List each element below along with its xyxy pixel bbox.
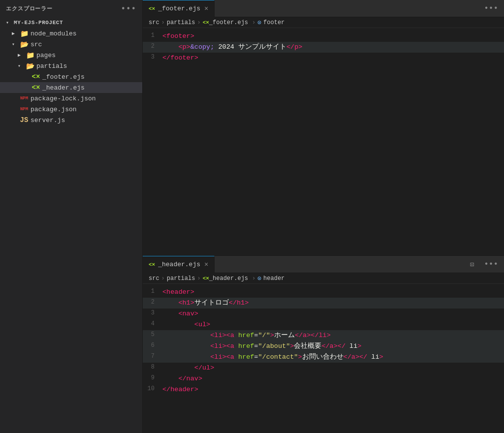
sidebar-item-pages[interactable]: ▶ 📁 pages [0, 50, 142, 61]
symbol-icon: ⊙ [257, 275, 261, 282]
line-content: </ul> [162, 363, 504, 373]
arrow-icon: ▶ [18, 52, 26, 58]
line-content: <ul> [162, 319, 504, 330]
line-number: 8 [143, 363, 162, 372]
bottom-code-editor[interactable]: 1 <header> 2 <h1>サイトロゴ</h1> 3 <nav> 4 <u… [143, 284, 504, 433]
sidebar-item-package-json[interactable]: NPM package.json [0, 104, 142, 115]
line-content: <footer> [162, 31, 504, 42]
line-number: 1 [143, 287, 162, 296]
breadcrumb-sep: › [252, 19, 255, 26]
line-content: <li><a href="/">ホーム</a></li> [162, 330, 504, 341]
bottom-editor-pane: <× _header.ejs × ⊡ ••• src › partials › … [143, 256, 504, 433]
breadcrumb-src: src [149, 275, 159, 282]
code-line: 1 <footer> [143, 31, 504, 42]
code-line: 7 <li><a href="/contact">お問い合わせ</a></ li… [143, 352, 504, 363]
npm-icon: NPM [20, 96, 29, 101]
line-content: <p>&copy; 2024 サンプルサイト</p> [162, 42, 504, 53]
breadcrumb-sep: › [197, 275, 200, 282]
main-editor: <× _footer.ejs × ••• src › partials › <×… [143, 0, 504, 433]
code-line: 6 <li><a href="/about">会社概要</a></ li> [143, 341, 504, 352]
sidebar-item-package-lock[interactable]: NPM package-lock.json [0, 93, 142, 104]
line-number: 3 [143, 53, 162, 62]
code-line: 5 <li><a href="/">ホーム</a></li> [143, 330, 504, 341]
js-icon: JS [20, 116, 29, 124]
folder-icon: 📂 [26, 62, 34, 70]
item-label: _header.ejs [42, 84, 85, 92]
sidebar-item-src[interactable]: ▾ 📂 src [0, 39, 142, 50]
sidebar-item-header-ejs[interactable]: <× _header.ejs [0, 82, 142, 93]
line-number: 7 [143, 352, 162, 361]
line-number: 5 [143, 330, 162, 340]
code-line: 3 <nav> [143, 309, 504, 319]
item-label: server.js [31, 117, 65, 124]
tab-bar-more-icon[interactable]: ••• [478, 260, 504, 269]
tab-footer-ejs[interactable]: <× _footer.ejs × [143, 0, 215, 17]
line-content: </header> [162, 384, 504, 395]
tab-bar-more-icon[interactable]: ••• [478, 4, 504, 13]
top-code-editor[interactable]: 1 <footer> 2 <p>&copy; 2024 サンプルサイト</p> … [143, 28, 504, 255]
line-content: </footer> [162, 53, 504, 63]
ejs-icon: <× [32, 73, 40, 81]
ejs-breadcrumb-icon: <× [203, 20, 209, 26]
line-content: <h1>サイトロゴ</h1> [162, 298, 504, 309]
breadcrumb-symbol: footer [263, 19, 284, 26]
breadcrumb-header-ejs: _header.ejs [209, 275, 248, 282]
item-label: _footer.ejs [42, 73, 85, 81]
item-label: package.json [31, 106, 77, 113]
sidebar-menu-icon[interactable]: ••• [121, 4, 136, 13]
npm-icon: NPM [20, 107, 29, 112]
ejs-tab-icon: <× [149, 262, 155, 268]
sidebar: エクスプローラー ••• ▾ MY-EJS-PROJECT ▶ 📁 node_m… [0, 0, 143, 433]
breadcrumb-partials: partials [167, 19, 195, 26]
line-content: <li><a href="/contact">お問い合わせ</a></ li> [162, 352, 504, 363]
breadcrumb-src: src [149, 19, 159, 26]
project-name: MY-EJS-PROJECT [14, 20, 63, 26]
split-editor-icon[interactable]: ⊡ [466, 260, 478, 269]
line-number: 1 [143, 31, 162, 40]
breadcrumb-partials: partials [167, 275, 195, 282]
sidebar-item-node-modules[interactable]: ▶ 📁 node_modules [0, 28, 142, 39]
code-line: 4 <ul> [143, 319, 504, 330]
breadcrumb-sep: › [197, 19, 200, 26]
breadcrumb-sep: › [161, 275, 165, 282]
bottom-breadcrumb: src › partials › <× _header.ejs › ⊙ head… [143, 273, 504, 284]
code-line: 8 </ul> [143, 363, 504, 373]
code-line: 9 </nav> [143, 373, 504, 384]
folder-icon: 📂 [20, 40, 29, 49]
line-number: 4 [143, 319, 162, 329]
breadcrumb-sep: › [161, 19, 165, 26]
sidebar-tree: ▾ MY-EJS-PROJECT ▶ 📁 node_modules ▾ 📂 sr… [0, 17, 142, 433]
code-line: 1 <header> [143, 287, 504, 298]
folder-icon: 📁 [20, 30, 29, 38]
item-label: node_modules [31, 30, 77, 37]
breadcrumb-footer-ejs: _footer.ejs [209, 19, 248, 26]
arrow-icon: ▶ [12, 31, 20, 36]
tab-label: _footer.ejs [158, 5, 200, 12]
ejs-breadcrumb-icon: <× [203, 276, 209, 281]
sidebar-item-server-js[interactable]: JS server.js [0, 115, 142, 125]
code-line: 2 <p>&copy; 2024 サンプルサイト</p> [143, 42, 504, 53]
tab-label: _header.ejs [158, 261, 200, 268]
ejs-icon: <× [32, 84, 40, 92]
arrow-icon: ▾ [18, 63, 26, 69]
line-number: 9 [143, 373, 162, 383]
top-tab-bar: <× _footer.ejs × ••• [143, 0, 504, 17]
sidebar-item-footer-ejs[interactable]: <× _footer.ejs [0, 71, 142, 82]
item-label: package-lock.json [31, 95, 96, 102]
line-number: 10 [143, 384, 162, 394]
sidebar-title-bar: エクスプローラー ••• [0, 0, 142, 17]
sidebar-item-partials[interactable]: ▾ 📂 partials [0, 61, 142, 71]
top-breadcrumb: src › partials › <× _footer.ejs › ⊙ foot… [143, 17, 504, 28]
bottom-tab-bar: <× _header.ejs × ⊡ ••• [143, 256, 504, 273]
line-number: 3 [143, 309, 162, 318]
code-line: 3 </footer> [143, 53, 504, 63]
tab-close-button[interactable]: × [204, 261, 208, 269]
breadcrumb-symbol: header [263, 275, 284, 282]
tab-close-button[interactable]: × [204, 5, 208, 13]
sidebar-title: エクスプローラー [6, 5, 53, 12]
line-number: 2 [143, 298, 162, 307]
tab-header-ejs[interactable]: <× _header.ejs × [143, 256, 215, 273]
breadcrumb-sep: › [252, 275, 255, 282]
item-label: pages [36, 52, 56, 59]
sidebar-item-project[interactable]: ▾ MY-EJS-PROJECT [0, 17, 142, 28]
